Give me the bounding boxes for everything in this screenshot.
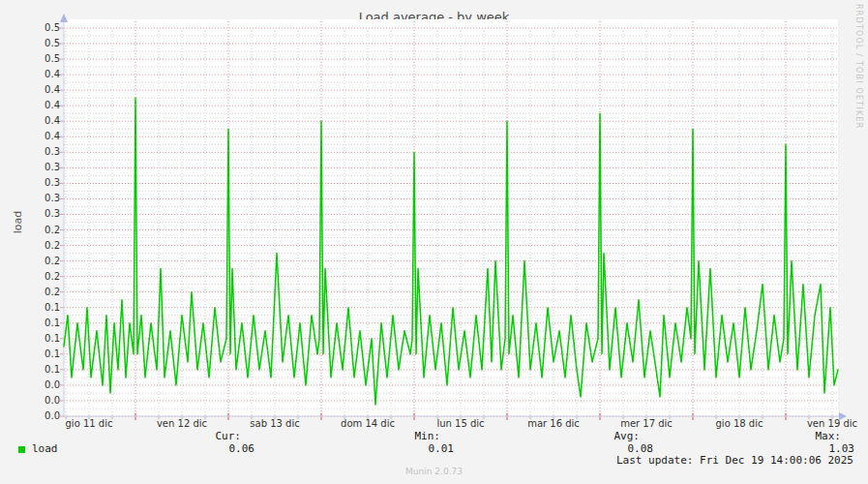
legend-series-label: load	[32, 443, 58, 455]
x-tick-label: ven 19 dic	[798, 418, 866, 430]
y-tick-label: 0.1	[33, 303, 60, 313]
stat-min-label: Min:	[353, 431, 440, 442]
munin-version-watermark: Munin 2.0.73	[0, 467, 868, 476]
stat-avg-label: Avg:	[553, 431, 640, 442]
x-tick-label: gio 11 dic	[55, 418, 123, 430]
y-tick-label: 0.4	[33, 132, 60, 141]
stat-min-value: 0.01	[367, 443, 454, 455]
y-tick-label: 0.1	[33, 318, 60, 328]
y-tick-label: 0.0	[33, 396, 60, 406]
y-tick-label: 0.1	[33, 365, 60, 375]
plot-background	[64, 19, 838, 416]
y-tick-label: 0.2	[33, 257, 60, 266]
y-tick-label: 0.4	[33, 85, 60, 95]
y-tick-label: 0.3	[33, 163, 60, 172]
y-tick-label: 0.5	[33, 54, 60, 64]
y-tick-label: 0.3	[33, 147, 60, 157]
x-tick-label: lun 15 dic	[427, 418, 494, 430]
y-tick-label: 0.2	[33, 272, 60, 282]
y-tick-label: 0.3	[33, 209, 60, 219]
y-tick-label: 0.2	[33, 287, 60, 297]
y-tick-label: 0.4	[33, 116, 60, 126]
y-tick-label: 0.5	[33, 23, 60, 33]
x-tick-label: gio 18 dic	[705, 418, 773, 430]
x-tick-label: mer 17 dic	[613, 418, 680, 430]
stat-cur-label: Cur:	[154, 431, 241, 442]
y-tick-label: 0.2	[33, 226, 60, 235]
x-tick-label: ven 12 dic	[148, 418, 216, 430]
munin-load-graph: { "title": "Load average - by week", "y_…	[0, 0, 868, 484]
y-tick-label: 0.1	[33, 334, 60, 344]
y-tick-label: 0.0	[33, 380, 60, 390]
legend-color-swatch	[18, 446, 25, 453]
y-tick-label: 0.1	[33, 349, 60, 359]
legend: load	[18, 443, 58, 455]
stat-max-label: Max:	[754, 431, 841, 442]
plot-area	[0, 0, 868, 484]
y-tick-label: 0.2	[33, 241, 60, 251]
y-axis-arrow	[60, 14, 68, 22]
y-tick-label: 0.4	[33, 101, 60, 110]
y-tick-label: 0.3	[33, 178, 60, 188]
stat-cur-value: 0.06	[167, 443, 254, 455]
x-tick-label: dom 14 dic	[334, 418, 402, 430]
last-update: Last update: Fri Dec 19 14:00:06 2025	[616, 455, 853, 467]
y-tick-label: 0.5	[33, 39, 60, 48]
x-tick-label: mar 16 dic	[520, 418, 587, 430]
y-tick-label: 0.3	[33, 194, 60, 203]
x-tick-label: sab 13 dic	[241, 418, 309, 430]
y-tick-label: 0.4	[33, 70, 60, 79]
